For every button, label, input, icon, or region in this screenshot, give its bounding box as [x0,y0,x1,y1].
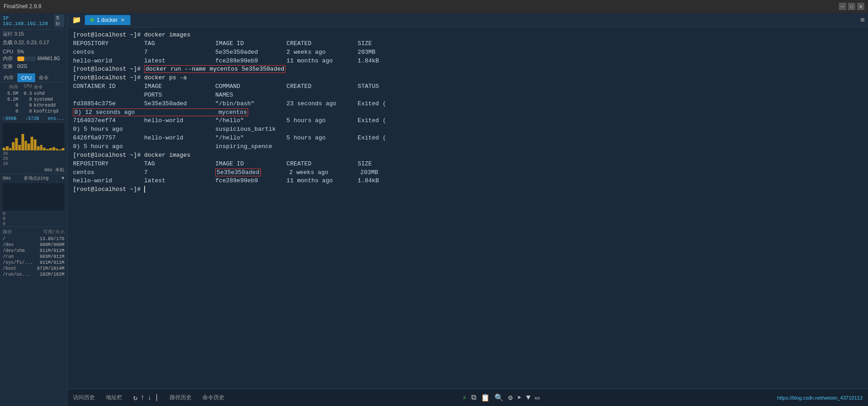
term-line-12: 0) 5 hours ago suspicious_bartik [73,125,863,134]
copy-ip-button[interactable]: 复制 [54,15,64,27]
net-local-ping: 0ms 本机 [44,168,64,173]
swap-stat-row: 交换 0/2G [3,63,64,70]
ping-labels: 0 0 0 [0,211,67,226]
ping-dropdown-icon[interactable]: ▼ [62,176,64,181]
swap-value: 0/2G [17,64,27,69]
tab-command[interactable]: 命令 [35,73,52,82]
content-area: 📁 1 docker ✕ ⊞ [root@localhost ~]# docke… [68,13,868,406]
disk-row-boot: /boot871M/1014M [3,266,64,272]
tab-dot [90,18,94,22]
cpu-stat-row: CPU 5% [3,49,64,54]
window-icon[interactable]: ▭ [535,393,540,402]
bolt-icon[interactable]: ⚡ [463,393,467,402]
disk-row-root: /13.8G/17G [3,236,64,242]
term-line-3: centos 7 5e35e350aded 2 weeks ago 203MB [73,48,863,57]
disk-row-devshm: /dev/shm911M/911M [3,248,64,254]
window-controls: ─ □ ✕ [839,3,864,10]
title-bar: FinalShell 2.9.8 ─ □ ✕ [0,0,868,13]
term-line-1: [root@localhost ~]# docker images [73,31,863,40]
tab-docker[interactable]: 1 docker ✕ [85,15,130,25]
net-header: ↑996B ↓572B ens... [0,115,67,122]
process-row-sshd: 5.5M0.3sshd [0,91,67,97]
tab-close-button[interactable]: ✕ [120,17,125,23]
net-chart [3,123,64,150]
tab-bar: 📁 1 docker ✕ ⊞ [68,13,868,27]
term-line-6: [root@localhost ~]# docker ps -a [73,74,863,82]
bottom-btn-address[interactable]: 地址栏 [106,393,122,402]
cpu-value: 5% [17,49,24,54]
highlight-image-id: 5e35e350aded [215,169,261,176]
memory-value: 694M/1.8G [37,56,60,61]
blog-url[interactable]: https://blog.csdn.net/weixin_43710113 [777,395,863,401]
net-up: ↑996B [3,116,16,121]
bottom-btn-cmd-history[interactable]: 命令历史 [203,393,224,402]
terminal[interactable]: [root@localhost ~]# docker images REPOSI… [68,27,868,389]
tab-cpu[interactable]: CPU [17,73,35,82]
gear-icon[interactable]: ⚙ [508,393,513,402]
term-line-10: 0) 12 seconds ago mycentos [73,108,863,117]
clipboard-icon[interactable]: 📋 [481,393,490,402]
disk-row-run: /run903M/911M [3,254,64,260]
term-line-19: [root@localhost ~]# [73,185,863,194]
net-chart-bars [3,123,64,150]
highlight-run-cmd: docker run --name mycentos 5e35e350aded [144,65,286,73]
upload-icon[interactable]: ↑ [140,394,145,402]
ping-multi-label: 多地点ping [24,175,48,181]
net-local-label: 0ms 本机 [0,166,67,174]
tab-bar-right: ⊞ [859,15,866,25]
nav-right-icon[interactable]: ➤ [517,393,522,402]
term-line-5: [root@localhost ~]# docker run --name my… [73,65,863,74]
bar-icon[interactable]: | [155,394,159,402]
term-line-8: PORTS NAMES [73,91,863,100]
disk-section: 路径 可用/大小 /13.8G/17G /dev900M/900M /dev/s… [0,226,67,279]
term-line-14: 0) 5 hours ago inspiring_spence [73,143,863,151]
load-row: 负载 0.22, 0.23, 0.17 [0,38,67,47]
bottom-bar: 访问历史 地址栏 ↻ ↑ ↓ | 路径历史 命令历史 ⚡ ⧉ 📋 🔍 ⚙ ➤ ▼ [68,389,868,406]
process-row-ksoftirqd: 00ksoftirqd [0,108,67,114]
memory-bar-fill [17,57,24,61]
cpu-label: CPU [3,49,16,54]
bottom-btn-history[interactable]: 访问历史 [73,393,95,402]
copy2-icon[interactable]: ⧉ [471,393,476,402]
download-icon[interactable]: ↓ [147,394,152,402]
close-button[interactable]: ✕ [857,3,864,10]
refresh-icon[interactable]: ↻ [133,393,138,402]
search-icon[interactable]: 🔍 [494,393,504,402]
stats-section: CPU 5% 内存 694M/1.8G 交换 0/2G [0,47,67,72]
net-down: ↓572B [25,116,39,121]
tab-memory[interactable]: 内存 [0,73,17,82]
term-line-7: CONTAINER ID IMAGE COMMAND CREATED STATU… [73,82,863,91]
term-line-13: 6426f6a97757 hello-world "/hello" 5 hour… [73,134,863,143]
main-layout: IP 192.168.192.128 复制 运行 3:15 负载 0.22, 0… [0,13,868,406]
maximize-button[interactable]: □ [848,3,855,10]
disk-row-sysfs: /sys/fs/...911M/911M [3,260,64,266]
folder-icon[interactable]: 📁 [69,15,84,26]
disk-row-runus: /run/us...182M/182M [3,272,64,278]
ping-value: 0ms [3,176,11,181]
net-3k: 3K [3,151,8,156]
term-line-2: REPOSITORY TAG IMAGE ID CREATED SIZE [73,40,863,48]
memory-label: 内存 [3,55,16,62]
net-2k: 2K [3,156,8,161]
term-line-9: fd38854c375e 5e35e350aded "/bin/bash" 23… [73,100,863,108]
term-line-16: REPOSITORY TAG IMAGE ID CREATED SIZE [73,160,863,169]
net-labels: 3K 2K 1K [0,151,67,166]
bottom-btn-path-history[interactable]: 路径历史 [170,393,192,402]
sidebar: IP 192.168.192.128 复制 运行 3:15 负载 0.22, 0… [0,13,68,406]
process-table: 内存 CPU 命令 5.5M0.3sshd 6.2M0systemd 00kth… [0,82,67,115]
term-line-17: centos 7 5e35e350aded 2 weeks ago 203MB [73,169,863,177]
net-label: ens... [48,116,64,121]
bottom-nav-group: 访问历史 地址栏 ↻ ↑ ↓ | 路径历史 命令历史 [73,393,224,402]
disk-header: 路径 可用/大小 [3,229,64,235]
ping-header: 0ms 多地点ping ▼ [0,174,67,182]
term-line-15: [root@localhost ~]# docker images [73,151,863,160]
tab-label: 1 docker [97,17,118,23]
sidebar-ip-row: IP 192.168.192.128 复制 [0,13,67,30]
grid-layout-icon[interactable]: ⊞ [859,15,866,25]
nav-down-icon[interactable]: ▼ [526,394,531,402]
app-title: FinalShell 2.9.8 [4,3,42,10]
swap-label: 交换 [3,63,16,70]
process-header: 内存 CPU 命令 [0,83,67,91]
net-1k: 1K [3,161,8,166]
minimize-button[interactable]: ─ [839,3,846,10]
